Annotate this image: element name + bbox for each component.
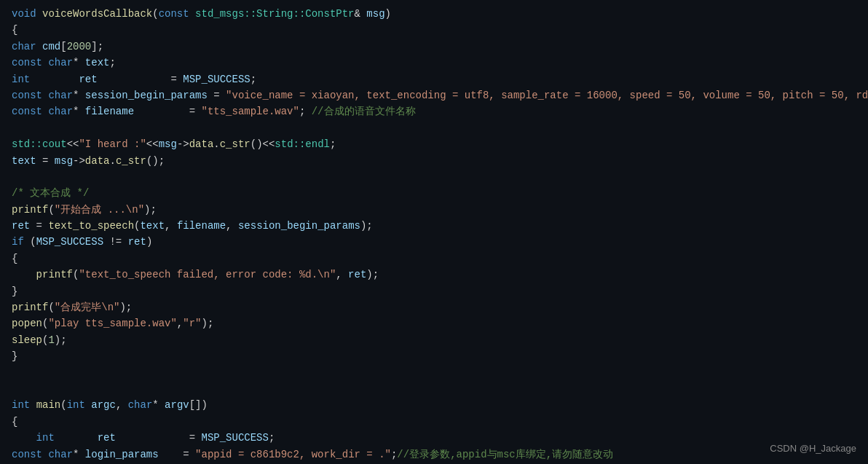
code-line bbox=[0, 365, 868, 381]
code-line: text = msg->data.c_str(); bbox=[0, 153, 868, 169]
watermark-text: CSDN @H_Jackage bbox=[770, 441, 856, 457]
code-line: { bbox=[0, 22, 868, 38]
code-editor: void voiceWordsCallback(const std_msgs::… bbox=[0, 0, 868, 464]
code-line: std::cout<<"I heard :"<<msg->data.c_str(… bbox=[0, 136, 868, 152]
code-line: char cmd[2000]; bbox=[0, 39, 868, 55]
code-line: int main(int argc, char* argv[]) bbox=[0, 397, 868, 413]
code-line: } bbox=[0, 283, 868, 299]
code-line: sleep(1); bbox=[0, 332, 868, 348]
code-line: } bbox=[0, 348, 868, 364]
code-line: printf("text_to_speech failed, error cod… bbox=[0, 267, 868, 283]
code-line: const char* session_begin_params = "voic… bbox=[0, 87, 868, 103]
code-line: if (MSP_SUCCESS != ret) bbox=[0, 234, 868, 250]
code-line: printf("开始合成 ...\n"); bbox=[0, 202, 868, 218]
code-line: /* 文本合成 */ bbox=[0, 185, 868, 201]
code-line bbox=[0, 169, 868, 185]
code-line: int ret = MSP_SUCCESS; bbox=[0, 430, 868, 446]
code-line: printf("合成完毕\n"); bbox=[0, 299, 868, 315]
code-line: void voiceWordsCallback(const std_msgs::… bbox=[0, 6, 868, 22]
code-line: const char* login_params = "appid = c861… bbox=[0, 447, 868, 463]
code-line: popen("play tts_sample.wav","r"); bbox=[0, 315, 868, 331]
code-line bbox=[0, 381, 868, 397]
code-line: const char* text; bbox=[0, 55, 868, 71]
code-line: const char* filename = "tts_sample.wav";… bbox=[0, 103, 868, 119]
code-line: ret = text_to_speech(text, filename, ses… bbox=[0, 218, 868, 234]
code-line bbox=[0, 120, 868, 136]
code-line: { bbox=[0, 414, 868, 430]
code-line: int ret = MSP_SUCCESS; bbox=[0, 71, 868, 87]
code-line: { bbox=[0, 251, 868, 267]
